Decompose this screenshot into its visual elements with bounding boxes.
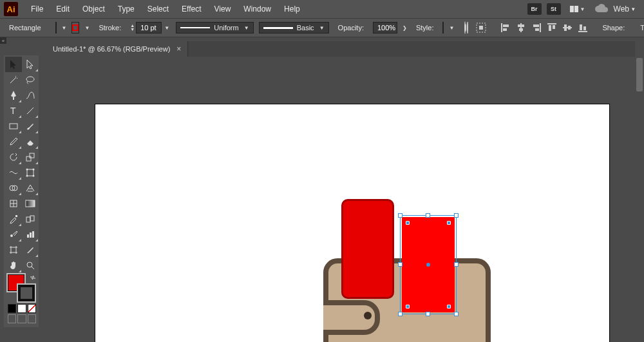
curvature-tool[interactable]	[22, 88, 39, 103]
stroke-color-indicator[interactable]	[18, 285, 35, 301]
selection-bounding-box[interactable]	[400, 215, 457, 314]
anchor-point[interactable]	[406, 221, 410, 225]
align-left-button[interactable]	[499, 21, 512, 34]
artboard-tool[interactable]	[5, 242, 22, 258]
lasso-tool[interactable]	[22, 72, 39, 88]
color-mode-row	[5, 303, 39, 314]
stroke-swatch[interactable]	[71, 22, 79, 33]
fill-swatch[interactable]	[55, 22, 57, 33]
blend-tool[interactable]	[22, 211, 39, 227]
svg-rect-24	[10, 124, 17, 129]
menu-window[interactable]: Window	[237, 0, 278, 18]
width-tool[interactable]	[5, 165, 22, 180]
align-bottom-button[interactable]	[576, 21, 589, 34]
mesh-tool[interactable]	[5, 196, 22, 211]
pen-tool[interactable]	[5, 88, 22, 103]
eraser-tool[interactable]	[22, 134, 39, 149]
anchor-point[interactable]	[447, 221, 451, 225]
menu-edit[interactable]: Edit	[50, 0, 76, 18]
opacity-value[interactable]: 100%	[373, 22, 397, 33]
magic-wand-tool[interactable]	[5, 72, 22, 88]
pencil-tool[interactable]	[5, 134, 22, 149]
paintbrush-tool[interactable]	[22, 119, 39, 134]
sync-icon[interactable]	[594, 4, 609, 14]
graphic-style-swatch[interactable]	[442, 22, 444, 33]
arrange-documents-button[interactable]: ▼	[566, 6, 589, 12]
screen-mode-presentation[interactable]	[28, 314, 36, 323]
menu-effect[interactable]: Effect	[175, 0, 207, 18]
swap-fill-stroke-icon[interactable]	[30, 274, 36, 281]
menu-type[interactable]: Type	[111, 0, 141, 18]
rectangle-tool[interactable]	[5, 119, 22, 134]
collapsed-panel-handle[interactable]: «	[0, 37, 6, 44]
opacity-dropdown[interactable]: ❯	[402, 22, 407, 33]
hand-tool[interactable]	[5, 258, 22, 273]
free-transform-tool[interactable]	[22, 165, 39, 180]
color-mode-solid[interactable]	[8, 304, 16, 313]
stroke-profile[interactable]: Uniform ▼	[176, 22, 254, 33]
art-red-rect-left[interactable]	[341, 199, 394, 299]
align-right-button[interactable]	[530, 21, 543, 34]
screen-mode-normal[interactable]	[8, 314, 16, 323]
selection-tool[interactable]	[5, 57, 22, 72]
scrollbar-thumb[interactable]	[636, 58, 643, 91]
stroke-dropdown[interactable]: ▼	[84, 22, 90, 33]
resize-handle-mr[interactable]	[454, 262, 459, 267]
stroke-weight-value[interactable]: 10 pt	[136, 22, 162, 33]
svg-rect-6	[518, 24, 524, 27]
vertical-scrollbar[interactable]	[635, 57, 644, 342]
column-graph-tool[interactable]	[22, 227, 39, 242]
type-tool[interactable]: T	[5, 103, 22, 119]
document-tab[interactable]: Untitled-1* @ 66.67% (RGB/Preview) ×	[46, 41, 188, 57]
zoom-tool[interactable]	[22, 258, 39, 273]
rotate-tool[interactable]	[5, 149, 22, 165]
resize-handle-tl[interactable]	[398, 213, 402, 218]
art-wallet-snap[interactable]	[364, 312, 372, 319]
menu-view[interactable]: View	[208, 0, 238, 18]
art-wallet-flap[interactable]	[323, 300, 380, 335]
line-tool[interactable]	[22, 103, 39, 119]
color-mode-gradient[interactable]	[17, 304, 26, 313]
svg-point-46	[27, 262, 32, 267]
menu-file[interactable]: File	[24, 0, 50, 18]
close-tab-button[interactable]: ×	[176, 44, 181, 53]
fill-stroke-indicator[interactable]	[5, 273, 39, 303]
perspective-grid-tool[interactable]	[22, 180, 39, 196]
symbol-sprayer-tool[interactable]	[5, 227, 22, 242]
shape-builder-tool[interactable]	[5, 180, 22, 196]
workspace-switcher[interactable]: Web ▾	[614, 5, 640, 14]
isolate-button[interactable]	[476, 21, 486, 34]
eyedropper-tool[interactable]	[5, 211, 22, 227]
color-mode-none[interactable]	[28, 304, 36, 313]
gradient-tool[interactable]	[22, 196, 39, 211]
menu-object[interactable]: Object	[76, 0, 111, 18]
anchor-point[interactable]	[406, 305, 410, 309]
resize-handle-tm[interactable]	[426, 213, 430, 218]
align-top-button[interactable]	[545, 21, 558, 34]
screen-mode-full[interactable]	[17, 314, 26, 323]
shape-panel-label[interactable]: Shape:	[600, 24, 627, 32]
resize-handle-ml[interactable]	[398, 262, 402, 267]
align-hcenter-button[interactable]	[515, 21, 527, 34]
anchor-point[interactable]	[447, 305, 451, 309]
resize-handle-tr[interactable]	[454, 213, 459, 218]
resize-handle-bm[interactable]	[426, 312, 430, 316]
direct-selection-tool[interactable]	[22, 57, 39, 72]
slice-tool[interactable]	[22, 242, 39, 258]
canvas-area[interactable]	[46, 57, 635, 342]
recolor-artwork-button[interactable]	[464, 21, 466, 34]
stroke-weight-stepper[interactable]: ▲▼ 10 pt ▼	[130, 22, 171, 33]
menu-help[interactable]: Help	[278, 0, 307, 18]
transform-panel-label[interactable]: Transf	[638, 24, 644, 32]
align-vcenter-button[interactable]	[561, 21, 574, 34]
svg-rect-10	[535, 28, 539, 31]
menu-select[interactable]: Select	[141, 0, 175, 18]
resize-handle-bl[interactable]	[398, 312, 402, 316]
style-dropdown[interactable]: ▼	[449, 22, 454, 33]
fill-dropdown[interactable]: ▼	[62, 22, 67, 33]
scale-tool[interactable]	[22, 149, 39, 165]
stock-button[interactable]: St	[547, 3, 561, 15]
resize-handle-br[interactable]	[454, 312, 459, 316]
brush-definition[interactable]: Basic ▼	[259, 22, 329, 33]
bridge-button[interactable]: Br	[527, 3, 542, 15]
